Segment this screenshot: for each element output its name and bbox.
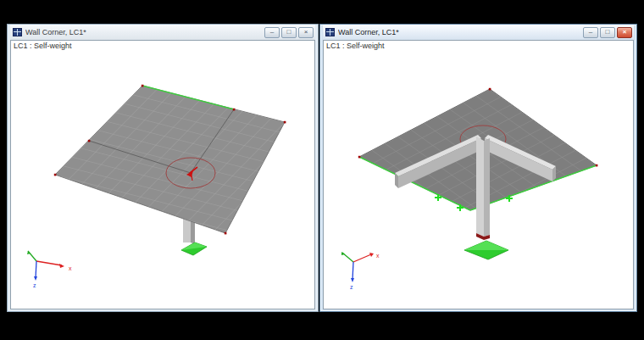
load-case-label: LC1 : Self-weight — [14, 42, 72, 50]
fe-mesh — [55, 86, 285, 233]
axis-x-label: x — [376, 253, 380, 259]
axis-x-arrow — [36, 261, 62, 265]
nodal-support[interactable] — [464, 241, 508, 259]
window-icon — [325, 28, 335, 36]
maximize-button[interactable]: □ — [600, 27, 615, 38]
window-controls: – □ × — [264, 27, 314, 38]
axis-z-arrow — [36, 261, 36, 278]
axis-x-arrow — [353, 254, 371, 262]
minimize-button[interactable]: – — [583, 27, 598, 38]
model-scene-top-view: x z — [11, 41, 315, 307]
titlebar-left[interactable]: Wall Corner, LC1* – □ × — [10, 25, 315, 40]
titlebar-right[interactable]: Wall Corner, LC1* – □ × — [323, 25, 634, 40]
axis-z-arrow — [353, 262, 353, 280]
viewport-canvas-right[interactable]: LC1 : Self-weight — [323, 40, 634, 309]
axis-x-label: x — [69, 265, 72, 271]
axis-triad: x z — [27, 251, 72, 288]
window-icon — [13, 28, 22, 36]
axis-z-label: z — [350, 284, 353, 290]
window-controls: – □ × — [583, 27, 632, 38]
model-scene-bottom-view: x z — [324, 41, 634, 307]
viewport-window-right[interactable]: Wall Corner, LC1* – □ × LC1 : Self-weigh… — [319, 24, 637, 312]
viewport-canvas-left[interactable]: LC1 : Self-weight — [10, 40, 315, 309]
window-title: Wall Corner, LC1* — [338, 28, 583, 36]
axis-z-label: z — [33, 282, 36, 288]
axis-triad: x z — [341, 252, 380, 290]
slab-surface[interactable] — [55, 86, 285, 233]
maximize-button[interactable]: □ — [281, 27, 297, 38]
nodal-support[interactable] — [181, 242, 207, 255]
close-button[interactable]: × — [617, 27, 632, 38]
viewport-window-left[interactable]: Wall Corner, LC1* – □ × LC1 : Self-weigh… — [7, 24, 319, 312]
column-member[interactable] — [476, 137, 490, 240]
load-case-label: LC1 : Self-weight — [326, 42, 385, 50]
close-button[interactable]: × — [298, 27, 314, 38]
window-title: Wall Corner, LC1* — [25, 28, 264, 36]
minimize-button[interactable]: – — [264, 27, 280, 38]
